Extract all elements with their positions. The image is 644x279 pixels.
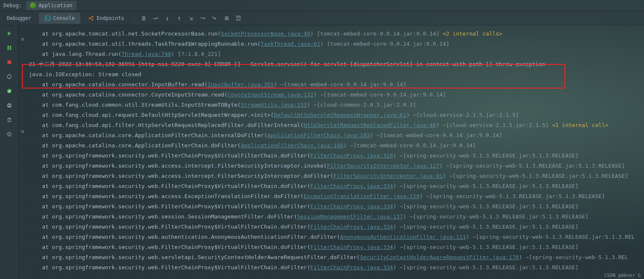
trash-icon[interactable] [6, 116, 13, 124]
log-line: at java.lang.Thread.run(Thread.java:748)… [29, 49, 641, 59]
svg-point-2 [92, 16, 94, 17]
settings-sliders-icon[interactable]: ☲ [235, 15, 241, 21]
debug-label: Debug: [3, 3, 22, 8]
stop-icon[interactable] [6, 58, 13, 66]
log-line: at org.springframework.security.web.Filt… [29, 242, 641, 252]
printer-icon[interactable] [6, 102, 13, 109]
source-link[interactable]: StreamUtils.java:133 [241, 102, 307, 108]
source-link[interactable]: ApplicationFilterChain.java:166 [241, 142, 344, 149]
log-line: at com.fang.cloud.common.util.StreamUtil… [29, 100, 641, 110]
source-link[interactable]: SocketProcessorBase.java:49 [221, 30, 310, 37]
source-link[interactable]: DefaultHttpServletRequestWrapper.java:61 [274, 112, 406, 118]
log-line: at org.apache.tomcat.util.threads.TaskTh… [29, 39, 641, 49]
log-line: at org.springframework.security.web.auth… [29, 232, 641, 242]
svg-rect-10 [8, 104, 10, 105]
app-tab-label: Application [39, 3, 72, 8]
tab-debugger[interactable]: Debugger [1, 13, 37, 24]
source-link[interactable]: FilterChainProxy.java:320 [310, 152, 393, 159]
source-link[interactable]: SecurityContextHolderAwareRequestFilter.… [360, 254, 519, 260]
log-line: at org.springframework.security.web.acce… [29, 171, 641, 181]
svg-rect-6 [7, 61, 11, 64]
tool-row: Debugger Console Endpoints ≣⤻↓↑⇲⤳⤷⊞☲ [0, 11, 644, 25]
source-link[interactable]: InputBuffer.java:355 [208, 81, 274, 88]
source-link[interactable]: ApplicationFilterChain.java:193 [267, 132, 370, 138]
log-line: at org.springframework.security.web.acce… [29, 161, 641, 171]
source-link[interactable]: ExceptionTranslationFilter.java:119 [304, 193, 420, 199]
log-line: at org.springframework.security.web.Filt… [29, 202, 641, 212]
log-line: at org.springframework.security.web.Filt… [29, 222, 641, 232]
play-icon[interactable] [6, 30, 13, 37]
log-line: at org.apache.catalina.core.ApplicationF… [29, 130, 641, 141]
skip-icon[interactable] [6, 73, 13, 80]
internal-calls-note: <1 internal call> [552, 122, 608, 128]
star-icon[interactable] [6, 130, 13, 138]
log-line: at org.apache.catalina.connector.InputBu… [29, 80, 641, 90]
log-line: at org.apache.catalina.connector.CoyoteI… [29, 90, 641, 100]
log-line: at org.springframework.security.web.Filt… [29, 151, 641, 161]
side-toolbar [0, 25, 19, 279]
internal-calls-note: <2 internal calls> [443, 30, 502, 37]
fold-toggle-icon[interactable]: ⊞ [21, 129, 24, 134]
source-link[interactable]: FilterChainProxy.java:334 [310, 264, 393, 271]
log-line: at com.fang.cloud.api.filter.HttpServlet… [29, 120, 641, 130]
source-link[interactable]: Thread.java:748 [121, 51, 171, 57]
endpoints-icon [88, 15, 94, 21]
source-link[interactable]: CoyoteInputStream.java:132 [228, 91, 314, 98]
calculator-icon[interactable]: ⊞ [223, 15, 229, 21]
source-link[interactable]: FilterChainProxy.java:334 [310, 224, 393, 230]
source-link[interactable]: HttpServletRequestReplacedFilter.java:40 [304, 122, 436, 128]
log-line: at org.springframework.security.web.Filt… [29, 262, 641, 273]
console-output[interactable]: at org.apache.tomcat.util.net.SocketProc… [29, 25, 644, 273]
debug-header: Debug: Application [0, 0, 644, 11]
list-icon[interactable]: ≣ [140, 15, 146, 21]
log-line: at org.springframework.security.web.serv… [29, 252, 641, 262]
source-link[interactable]: FilterChainProxy.java:334 [310, 183, 393, 189]
svg-rect-4 [7, 46, 9, 50]
log-line: at com.fang.cloud.api.request.DefaultHtt… [29, 110, 641, 120]
fold-toggle-icon[interactable]: ⊞ [21, 36, 24, 42]
source-link[interactable]: SessionManagementFilter.java:137 [297, 213, 403, 220]
log-line: at org.springframework.security.web.acce… [29, 191, 641, 202]
app-icon [30, 3, 36, 8]
step-into-icon[interactable]: ↓ [164, 15, 170, 21]
source-link[interactable]: FilterChainProxy.java:334 [310, 203, 393, 210]
source-link[interactable]: FilterSecurityInterceptor.java:91 [333, 173, 443, 179]
source-link[interactable]: TaskThread.java:61 [261, 41, 320, 47]
log-line: 21 十二月 2022 13:30:53,132 36991 [http-nio… [29, 59, 641, 69]
run-config-tab[interactable]: Application [26, 1, 76, 10]
check-icon[interactable] [6, 87, 13, 95]
console-icon [45, 15, 51, 21]
svg-rect-0 [45, 16, 50, 20]
source-link[interactable]: FilterChainProxy.java:334 [310, 244, 393, 250]
svg-rect-5 [9, 46, 11, 50]
log-line: at org.apache.catalina.core.ApplicationF… [29, 141, 641, 151]
source-link[interactable]: AnonymousAuthenticationFilter.java:111 [340, 234, 466, 240]
watermark: CSDN @Abner G [604, 273, 641, 278]
step-out-icon[interactable]: ↑ [176, 15, 182, 21]
pause-parallel-icon[interactable] [6, 44, 13, 52]
run-to-icon[interactable]: ⤳ [200, 15, 206, 21]
tab-console[interactable]: Console [39, 13, 81, 24]
log-line: at org.springframework.security.web.sess… [29, 212, 641, 222]
force-step-icon[interactable]: ⇲ [188, 15, 194, 21]
gutter: ⊞⊞ [19, 25, 29, 279]
svg-point-7 [7, 75, 11, 79]
log-line: at org.springframework.security.web.Filt… [29, 181, 641, 191]
log-line: at org.apache.tomcat.util.net.SocketProc… [29, 29, 641, 39]
log-line: java.io.IOException: Stream closed [29, 69, 641, 80]
step-over-icon[interactable]: ⤻ [152, 15, 158, 21]
svg-point-3 [92, 19, 94, 20]
source-link[interactable]: FilterSecurityInterceptor.java:127 [327, 163, 439, 169]
evaluate-icon[interactable]: ⤷ [212, 15, 217, 21]
tab-endpoints[interactable]: Endpoints [82, 13, 130, 24]
